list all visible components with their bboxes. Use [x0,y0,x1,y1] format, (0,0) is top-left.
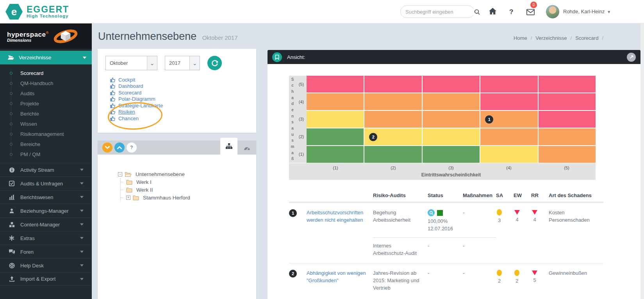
tree-help-button[interactable]: ? [127,142,137,153]
sidebar-subitem-risikomanagement[interactable]: Risikomanagement [0,129,92,139]
sidebar-item-help-desk[interactable]: Help Desk [0,258,92,272]
tree-node-stammhaus-herford[interactable]: +Stammhaus Herford [125,194,256,201]
month-select[interactable]: Oktober [106,56,157,70]
tab-dashboard[interactable] [238,141,255,155]
sidebar-subitem-label: Scorecard [20,70,43,76]
breadcrumb-separator: / [531,35,532,41]
sidebar-subitem-wissen[interactable]: Wissen [0,119,92,129]
view-link-risiken[interactable]: Risiken [118,109,135,115]
search-box[interactable] [400,5,475,18]
user-menu[interactable]: Rohde, Karl-Heinz▼ [563,9,611,14]
rating-cell: 4 [514,209,520,222]
sidebar-subitem-berichte[interactable]: Berichte [0,109,92,119]
search-input[interactable] [405,9,474,15]
sidebar-subitem-scorecard[interactable]: Scorecard [0,68,92,78]
sidebar-subitem-bereiche[interactable]: Bereiche [0,139,92,149]
sidebar-subitem-qm-handbuch[interactable]: QM-Handbuch [0,78,92,88]
matrix-row-label: (1) [296,145,307,163]
massnahmen-cell: - [463,209,496,233]
breadcrumb-item-home[interactable]: Home [514,35,527,41]
tree-node-label[interactable]: Werk I [136,179,152,185]
sidebar: hyperspace® Dimensions Verzeichnisse Sco… [0,23,92,299]
sidebar-item-content-manager[interactable]: Content-Manager [0,217,92,231]
sidebar-item-audits-umfragen[interactable]: Audits & Umfragen [0,176,92,190]
matrix-risk-marker[interactable]: 1 [485,115,493,123]
hyperspace-cube-logo-icon [53,27,78,45]
matrix-cell [423,111,480,128]
folder-icon [133,195,139,200]
sidebar-item-extras[interactable]: Extras [0,231,92,245]
bookmark-badge [272,52,282,62]
matrix-cell [364,111,421,128]
rating-cell: 5 [532,270,537,283]
avatar[interactable] [546,5,559,18]
risk-matrix: Schadensausmaß (5)(4)(3)(2)(1) 12 (1)(2)… [289,76,596,180]
status-cell: - [428,242,463,257]
matrix-cell: 2 [364,128,421,145]
chevron-down-icon [105,146,110,149]
sidebar-item-activity-stream[interactable]: Activity Stream [0,163,92,176]
tree-expand-toggle[interactable]: + [126,196,130,200]
view-link-chancen[interactable]: Chancen [118,116,139,121]
expand-panel-button[interactable] [627,53,636,62]
search-icon[interactable] [474,9,480,15]
user-icon [8,208,16,214]
chevron-down-icon [83,57,86,59]
tree-node-werk-i[interactable]: Werk I [125,178,256,186]
sidebar-subitem-pm-qm[interactable]: PM / QM [0,149,92,159]
tree-node-label[interactable]: Werk II [136,187,153,193]
refresh-button[interactable] [207,56,222,70]
tree-node-werk-ii[interactable]: Werk II [125,186,256,194]
mail-icon[interactable] [526,9,535,15]
comments-icon [8,249,16,255]
sidebar-item-berichtswesen[interactable]: Berichtswesen [0,190,92,204]
tab-orgtree[interactable] [220,138,237,155]
thumb-icon [110,109,115,114]
view-link-strategie-landkarte[interactable]: Strategie-Landkarte [118,103,163,109]
help-icon[interactable]: ? [509,8,513,16]
view-link-cockpit[interactable]: Cockpit [118,77,135,83]
breadcrumb-item-verzeichnisse[interactable]: Verzeichnisse [535,35,567,41]
matrix-cell: 1 [480,111,537,128]
matrix-cell [423,93,480,110]
sidebar-item-verzeichnisse[interactable]: Verzeichnisse [0,51,92,64]
status-magnifier-icon[interactable] [428,209,435,216]
view-link-scorecard[interactable]: Scorecard [118,90,141,96]
matrix-col-label: (1) [307,163,364,172]
matrix-cell [539,128,596,145]
view-link-polar-diagramm[interactable]: Polar-Diagramm [118,96,155,102]
view-link-dashboard[interactable]: Dashboard [118,83,143,89]
status-percent: 100,00% [428,218,463,225]
matrix-col-label: (3) [422,163,480,172]
home-icon[interactable] [489,8,496,14]
tree-collapse-toggle[interactable]: − [118,172,122,176]
scrollbar[interactable] [640,23,644,299]
tree-node-root[interactable]: − Unternehmensebene [118,170,256,178]
rating-value: 5 [533,277,536,283]
risk-link[interactable]: Abhängigkeit von wenigen "Großkunden" [307,270,373,285]
tree-node-label[interactable]: Stammhaus Herford [143,195,190,201]
collapse-all-button[interactable] [102,142,112,153]
chevron-down-icon [78,182,86,185]
breadcrumb-item-scorecard[interactable]: Scorecard [575,35,598,41]
matrix-col-label: (5) [538,163,596,172]
tree-node-label[interactable]: Unternehmensebene [136,171,185,177]
view-link-row: Dashboard [110,83,248,90]
sidebar-item-foren[interactable]: Foren [0,245,92,258]
matrix-cell [423,76,480,93]
matrix-risk-marker[interactable]: 2 [369,133,377,141]
year-select[interactable]: 2017 [165,56,200,70]
sidebar-item-beziehungs-manager[interactable]: Beziehungs-Manager [0,204,92,217]
risk-link[interactable]: Arbeitsschutzvorschriften werden nicht e… [307,209,373,224]
status-cell: - [428,270,463,292]
filter-panel: Oktober 2017 CockpitDashboardScorecardPo… [98,49,256,133]
sidebar-item-import-export[interactable]: Import & Export [0,272,92,286]
chevron-down-icon: ▼ [607,10,611,14]
sidebar-item-label: Activity Stream [20,167,78,173]
expand-all-button[interactable] [114,142,125,153]
sidebar-subitem-projekte[interactable]: Projekte [0,98,92,109]
risk-number-badge: 1 [289,209,297,217]
sidebar-subitem-audits[interactable]: Audits [0,88,92,98]
status-cell: 100,00%12.07.2016 [428,209,463,233]
matrix-x-axis: (1)(2)(3)(4)(5) Eintrittswahrscheinlichk… [289,163,596,180]
